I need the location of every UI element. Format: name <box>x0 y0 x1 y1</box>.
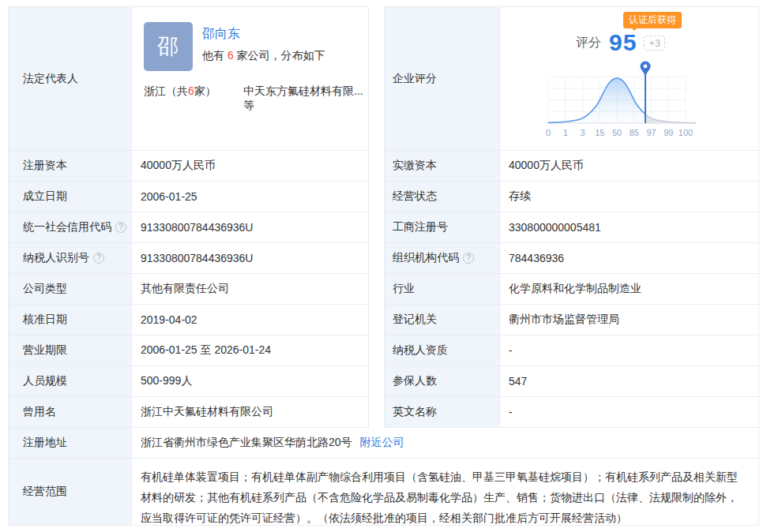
table-row: 成立日期2006-01-25 <box>9 182 368 212</box>
field-value: 91330800784436936U <box>132 212 368 242</box>
x-tick: 0 <box>546 128 551 137</box>
field-value: 500-999人 <box>132 366 368 396</box>
field-label-legal-rep: 法定代表人 <box>9 7 132 150</box>
field-label: 登记机关 <box>385 305 500 335</box>
info-table-top: 法定代表人 邵 邵向东 他有 6 家公司，分布如下 浙江（共6家） 中天东方氟硅… <box>8 6 759 428</box>
x-tick: 100 <box>679 128 693 137</box>
field-label: 注册资本 <box>9 151 132 181</box>
field-label: 曾用名 <box>9 397 132 427</box>
table-row: 登记机关衢州市市场监督管理局 <box>385 305 758 335</box>
score-value: 95 <box>609 29 637 56</box>
field-value: 784436936 <box>500 243 758 273</box>
field-value: 其他有限责任公司 <box>132 274 368 304</box>
field-value: 2019-04-02 <box>132 305 368 335</box>
field-label: 营业期限 <box>9 335 132 365</box>
field-value: 91330800784436936U <box>132 243 368 273</box>
related-company-list[interactable]: 中天东方氟硅材料有限...等 <box>243 84 368 113</box>
field-label: 公司类型 <box>9 274 132 304</box>
nearby-companies-link[interactable]: 附近公司 <box>360 436 404 450</box>
field-value: - <box>500 335 758 365</box>
x-tick: 15 <box>595 128 604 137</box>
field-label: 纳税人资质 <box>385 335 500 365</box>
x-tick: 1 <box>563 128 568 137</box>
table-row: 人员规模500-999人 <box>9 366 368 397</box>
table-row: 参保人数547 <box>385 366 758 397</box>
field-label: 核准日期 <box>9 305 132 335</box>
field-label: 统一社会信用代码? <box>9 212 132 242</box>
table-row: 公司类型其他有限责任公司 <box>9 274 368 305</box>
table-row: 组织机构代码?784436936 <box>385 243 758 274</box>
field-value: 浙江中天氟硅材料有限公司 <box>132 397 368 427</box>
field-label: 组织机构代码? <box>385 243 500 273</box>
x-tick: 50 <box>612 128 622 137</box>
field-value: 547 <box>500 366 758 396</box>
business-scope-text: 有机硅单体装置项目；有机硅单体副产物综合利用项目（含氢硅油、甲基三甲氧基硅烷项目… <box>132 459 758 525</box>
table-gutter <box>369 6 384 428</box>
table-row: 工商注册号330800000005481 <box>385 212 758 243</box>
table-row: 英文名称- <box>385 397 758 428</box>
certify-badge[interactable]: 认证后获得 <box>623 12 682 28</box>
table-row: 行业化学原料和化学制品制造业 <box>385 274 758 305</box>
field-value: 2006-01-25 <box>132 182 368 212</box>
score-distribution-chart: 0 1 3 15 50 85 97 99 100 <box>541 56 707 144</box>
legal-rep-distribution: 浙江（共6家） 中天东方氟硅材料有限...等 <box>144 84 368 113</box>
table-row: 法定代表人 邵 邵向东 他有 6 家公司，分布如下 浙江（共6家） 中天东方氟硅… <box>9 7 368 151</box>
info-table-right: 企业评分 认证后获得 评分 95 +3 <box>384 6 759 428</box>
table-row: 实缴资本40000万人民币 <box>385 151 758 182</box>
field-value: 40000万人民币 <box>132 151 368 181</box>
company-info-page: 法定代表人 邵 邵向东 他有 6 家公司，分布如下 浙江（共6家） 中天东方氟硅… <box>8 6 759 526</box>
field-label-score: 企业评分 <box>385 7 500 150</box>
table-row: 企业评分 认证后获得 评分 95 +3 <box>385 7 758 151</box>
x-tick: 97 <box>646 128 656 137</box>
table-row: 注册资本40000万人民币 <box>9 151 368 182</box>
field-value: 化学原料和化学制品制造业 <box>500 274 758 304</box>
table-row: 纳税人识别号?91330800784436936U <box>9 243 368 274</box>
field-label: 参保人数 <box>385 366 500 396</box>
score-cell: 认证后获得 评分 95 +3 <box>500 7 758 150</box>
field-label-address: 注册地址 <box>9 428 132 458</box>
table-row: 曾用名浙江中天氟硅材料有限公司 <box>9 397 368 428</box>
table-row: 核准日期2019-04-02 <box>9 305 368 335</box>
field-value: 330800000005481 <box>500 212 758 242</box>
x-tick: 3 <box>580 128 585 137</box>
info-table-left: 法定代表人 邵 邵向东 他有 6 家公司，分布如下 浙江（共6家） 中天东方氟硅… <box>8 6 369 428</box>
legal-rep-cell: 邵 邵向东 他有 6 家公司，分布如下 浙江（共6家） 中天东方氟硅材料有限..… <box>132 7 368 150</box>
chart-x-axis: 0 1 3 15 50 85 97 99 100 <box>546 128 693 137</box>
score-line: 评分 95 +3 <box>576 29 665 56</box>
help-icon[interactable]: ? <box>93 253 104 264</box>
x-tick: 85 <box>630 128 639 137</box>
score-bonus-box[interactable]: +3 <box>644 36 665 51</box>
table-row: 经营范围 有机硅单体装置项目；有机硅单体副产物综合利用项目（含氢硅油、甲基三甲氧… <box>9 459 758 526</box>
table-row: 经营状态存续 <box>385 182 758 212</box>
field-label: 纳税人识别号? <box>9 243 132 273</box>
field-label: 经营状态 <box>385 182 500 212</box>
field-value: 2006-01-25 至 2026-01-24 <box>132 335 368 365</box>
legal-rep-name-link[interactable]: 邵向东 <box>202 26 240 43</box>
table-row: 注册地址 浙江省衢州市绿色产业集聚区华荫北路20号 附近公司 <box>9 428 758 459</box>
field-value: 40000万人民币 <box>500 151 758 181</box>
bell-curve-blue <box>548 78 686 123</box>
help-icon[interactable]: ? <box>115 222 126 233</box>
field-label-scope: 经营范围 <box>9 459 132 525</box>
field-value: - <box>500 397 758 427</box>
address-value: 浙江省衢州市绿色产业集聚区华荫北路20号 附近公司 <box>132 428 758 458</box>
field-label: 成立日期 <box>9 182 132 212</box>
table-row: 营业期限2006-01-25 至 2026-01-24 <box>9 335 368 366</box>
x-tick: 99 <box>664 128 673 137</box>
field-label: 工商注册号 <box>385 212 500 242</box>
field-value: 衢州市市场监督管理局 <box>500 305 758 335</box>
field-value: 存续 <box>500 182 758 212</box>
field-label: 人员规模 <box>9 366 132 396</box>
table-row: 统一社会信用代码?91330800784436936U <box>9 212 368 243</box>
info-table-bottom: 注册地址 浙江省衢州市绿色产业集聚区华荫北路20号 附近公司 经营范围 有机硅单… <box>8 428 759 526</box>
avatar[interactable]: 邵 <box>144 22 193 71</box>
legal-rep-companies-text: 他有 6 家公司，分布如下 <box>202 49 325 63</box>
company-count: 6 <box>227 49 234 62</box>
field-label: 行业 <box>385 274 500 304</box>
table-row: 纳税人资质- <box>385 335 758 366</box>
field-label: 实缴资本 <box>385 151 500 181</box>
score-word: 评分 <box>576 35 601 51</box>
field-label: 英文名称 <box>385 397 500 427</box>
help-icon[interactable]: ? <box>463 253 474 264</box>
region-label: 浙江（共6家） <box>144 84 243 113</box>
